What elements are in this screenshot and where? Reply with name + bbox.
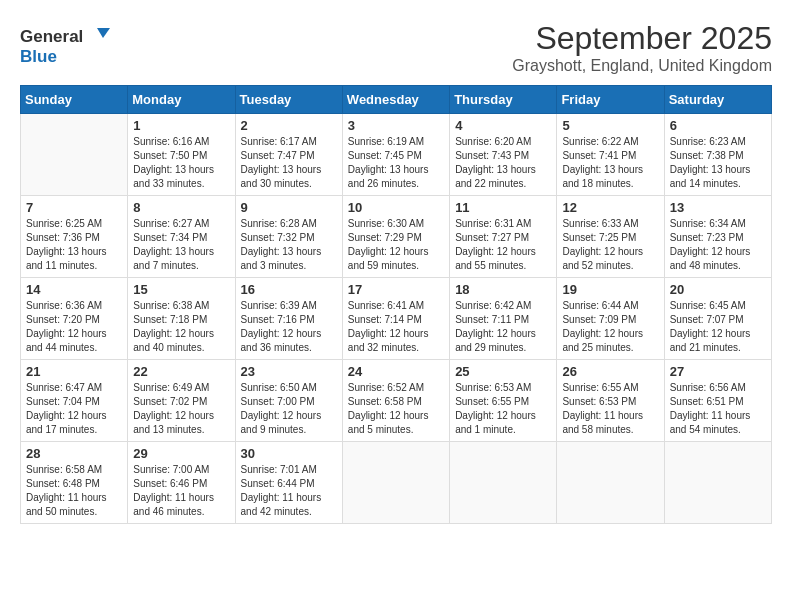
table-row: 14Sunrise: 6:36 AM Sunset: 7:20 PM Dayli… [21,278,128,360]
day-info: Sunrise: 6:47 AM Sunset: 7:04 PM Dayligh… [26,381,122,437]
day-info: Sunrise: 7:01 AM Sunset: 6:44 PM Dayligh… [241,463,337,519]
header: General Blue September 2025 Grayshott, E… [20,20,772,75]
day-info: Sunrise: 6:22 AM Sunset: 7:41 PM Dayligh… [562,135,658,191]
week-row-5: 28Sunrise: 6:58 AM Sunset: 6:48 PM Dayli… [21,442,772,524]
table-row: 30Sunrise: 7:01 AM Sunset: 6:44 PM Dayli… [235,442,342,524]
day-info: Sunrise: 6:27 AM Sunset: 7:34 PM Dayligh… [133,217,229,273]
week-row-3: 14Sunrise: 6:36 AM Sunset: 7:20 PM Dayli… [21,278,772,360]
calendar: Sunday Monday Tuesday Wednesday Thursday… [20,85,772,524]
location-title: Grayshott, England, United Kingdom [512,57,772,75]
day-number: 18 [455,282,551,297]
day-info: Sunrise: 6:41 AM Sunset: 7:14 PM Dayligh… [348,299,444,355]
day-info: Sunrise: 6:39 AM Sunset: 7:16 PM Dayligh… [241,299,337,355]
table-row: 4Sunrise: 6:20 AM Sunset: 7:43 PM Daylig… [450,114,557,196]
table-row: 21Sunrise: 6:47 AM Sunset: 7:04 PM Dayli… [21,360,128,442]
table-row: 3Sunrise: 6:19 AM Sunset: 7:45 PM Daylig… [342,114,449,196]
day-number: 5 [562,118,658,133]
header-thursday: Thursday [450,86,557,114]
day-number: 9 [241,200,337,215]
table-row: 1Sunrise: 6:16 AM Sunset: 7:50 PM Daylig… [128,114,235,196]
day-number: 11 [455,200,551,215]
day-number: 26 [562,364,658,379]
day-info: Sunrise: 6:17 AM Sunset: 7:47 PM Dayligh… [241,135,337,191]
header-sunday: Sunday [21,86,128,114]
table-row: 12Sunrise: 6:33 AM Sunset: 7:25 PM Dayli… [557,196,664,278]
day-info: Sunrise: 6:50 AM Sunset: 7:00 PM Dayligh… [241,381,337,437]
day-number: 16 [241,282,337,297]
day-info: Sunrise: 6:34 AM Sunset: 7:23 PM Dayligh… [670,217,766,273]
day-number: 12 [562,200,658,215]
table-row: 23Sunrise: 6:50 AM Sunset: 7:00 PM Dayli… [235,360,342,442]
day-info: Sunrise: 6:38 AM Sunset: 7:18 PM Dayligh… [133,299,229,355]
table-row: 11Sunrise: 6:31 AM Sunset: 7:27 PM Dayli… [450,196,557,278]
table-row: 8Sunrise: 6:27 AM Sunset: 7:34 PM Daylig… [128,196,235,278]
day-info: Sunrise: 7:00 AM Sunset: 6:46 PM Dayligh… [133,463,229,519]
title-area: September 2025 Grayshott, England, Unite… [512,20,772,75]
day-info: Sunrise: 6:16 AM Sunset: 7:50 PM Dayligh… [133,135,229,191]
month-title: September 2025 [512,20,772,57]
day-number: 10 [348,200,444,215]
day-info: Sunrise: 6:55 AM Sunset: 6:53 PM Dayligh… [562,381,658,437]
header-tuesday: Tuesday [235,86,342,114]
header-saturday: Saturday [664,86,771,114]
svg-text:General: General [20,27,83,46]
day-info: Sunrise: 6:53 AM Sunset: 6:55 PM Dayligh… [455,381,551,437]
day-info: Sunrise: 6:49 AM Sunset: 7:02 PM Dayligh… [133,381,229,437]
day-number: 2 [241,118,337,133]
table-row: 13Sunrise: 6:34 AM Sunset: 7:23 PM Dayli… [664,196,771,278]
table-row: 18Sunrise: 6:42 AM Sunset: 7:11 PM Dayli… [450,278,557,360]
day-info: Sunrise: 6:19 AM Sunset: 7:45 PM Dayligh… [348,135,444,191]
day-info: Sunrise: 6:45 AM Sunset: 7:07 PM Dayligh… [670,299,766,355]
day-info: Sunrise: 6:23 AM Sunset: 7:38 PM Dayligh… [670,135,766,191]
day-number: 4 [455,118,551,133]
day-number: 20 [670,282,766,297]
table-row: 16Sunrise: 6:39 AM Sunset: 7:16 PM Dayli… [235,278,342,360]
logo-svg: General Blue [20,20,110,70]
day-number: 14 [26,282,122,297]
table-row: 22Sunrise: 6:49 AM Sunset: 7:02 PM Dayli… [128,360,235,442]
day-info: Sunrise: 6:44 AM Sunset: 7:09 PM Dayligh… [562,299,658,355]
table-row: 2Sunrise: 6:17 AM Sunset: 7:47 PM Daylig… [235,114,342,196]
table-row: 26Sunrise: 6:55 AM Sunset: 6:53 PM Dayli… [557,360,664,442]
day-number: 15 [133,282,229,297]
day-number: 25 [455,364,551,379]
week-row-1: 1Sunrise: 6:16 AM Sunset: 7:50 PM Daylig… [21,114,772,196]
table-row: 10Sunrise: 6:30 AM Sunset: 7:29 PM Dayli… [342,196,449,278]
day-info: Sunrise: 6:30 AM Sunset: 7:29 PM Dayligh… [348,217,444,273]
day-info: Sunrise: 6:56 AM Sunset: 6:51 PM Dayligh… [670,381,766,437]
day-info: Sunrise: 6:52 AM Sunset: 6:58 PM Dayligh… [348,381,444,437]
day-number: 28 [26,446,122,461]
table-row: 17Sunrise: 6:41 AM Sunset: 7:14 PM Dayli… [342,278,449,360]
table-row: 9Sunrise: 6:28 AM Sunset: 7:32 PM Daylig… [235,196,342,278]
table-row: 7Sunrise: 6:25 AM Sunset: 7:36 PM Daylig… [21,196,128,278]
day-info: Sunrise: 6:31 AM Sunset: 7:27 PM Dayligh… [455,217,551,273]
day-number: 22 [133,364,229,379]
week-row-2: 7Sunrise: 6:25 AM Sunset: 7:36 PM Daylig… [21,196,772,278]
table-row [342,442,449,524]
day-number: 3 [348,118,444,133]
header-monday: Monday [128,86,235,114]
table-row: 25Sunrise: 6:53 AM Sunset: 6:55 PM Dayli… [450,360,557,442]
header-wednesday: Wednesday [342,86,449,114]
table-row: 24Sunrise: 6:52 AM Sunset: 6:58 PM Dayli… [342,360,449,442]
header-friday: Friday [557,86,664,114]
day-number: 29 [133,446,229,461]
table-row: 19Sunrise: 6:44 AM Sunset: 7:09 PM Dayli… [557,278,664,360]
day-info: Sunrise: 6:25 AM Sunset: 7:36 PM Dayligh… [26,217,122,273]
day-info: Sunrise: 6:42 AM Sunset: 7:11 PM Dayligh… [455,299,551,355]
day-number: 13 [670,200,766,215]
day-number: 24 [348,364,444,379]
day-info: Sunrise: 6:33 AM Sunset: 7:25 PM Dayligh… [562,217,658,273]
day-number: 8 [133,200,229,215]
day-info: Sunrise: 6:20 AM Sunset: 7:43 PM Dayligh… [455,135,551,191]
day-number: 6 [670,118,766,133]
table-row: 5Sunrise: 6:22 AM Sunset: 7:41 PM Daylig… [557,114,664,196]
table-row: 20Sunrise: 6:45 AM Sunset: 7:07 PM Dayli… [664,278,771,360]
table-row [557,442,664,524]
table-row [450,442,557,524]
day-number: 7 [26,200,122,215]
day-number: 23 [241,364,337,379]
svg-marker-1 [97,28,110,38]
day-info: Sunrise: 6:36 AM Sunset: 7:20 PM Dayligh… [26,299,122,355]
table-row [664,442,771,524]
